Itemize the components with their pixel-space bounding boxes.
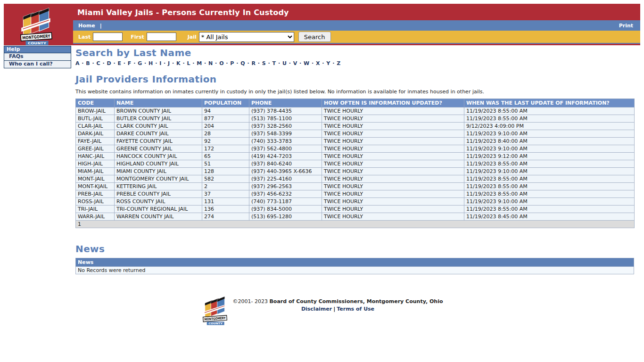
letter-link-L[interactable]: L — [187, 60, 190, 66]
table-row: ROSS-JAILROSS COUNTY JAIL131(740) 773-11… — [76, 198, 635, 206]
jail-providers-heading: Jail Providers Information — [75, 74, 634, 85]
cell-phone: (740) 333-3783 — [249, 138, 322, 145]
column-header: POPULATION — [202, 99, 249, 107]
cell-code: BROW-JAIL — [76, 107, 115, 115]
cell-last-update: 11/19/2023 9:10:00 AM — [464, 130, 635, 138]
svg-text:COUNTY: COUNTY — [208, 322, 223, 325]
letter-link-H[interactable]: H — [149, 60, 153, 66]
terms-of-use-link[interactable]: Terms of Use — [337, 306, 374, 312]
letter-link-I[interactable]: I — [159, 60, 162, 66]
pager-row: 1 — [76, 221, 635, 228]
letter-link-Q[interactable]: Q — [240, 60, 245, 66]
cell-phone: (513) 695-1280 — [249, 213, 322, 221]
table-row: MONT-KJAILKETTERING JAIL2(937) 296-2563T… — [76, 183, 635, 190]
cell-updated: TWICE HOURLY — [322, 138, 464, 145]
first-name-label: First — [131, 34, 144, 40]
letter-link-W[interactable]: W — [304, 60, 310, 66]
cell-phone: (937) 562-4800 — [249, 145, 322, 153]
sidebar-item-who-can-i-call-[interactable]: Who can I call? — [4, 60, 71, 68]
table-row: BUTL-JAILBUTLER COUNTY JAIL877(513) 785-… — [76, 115, 635, 123]
first-name-input[interactable] — [147, 33, 176, 41]
letter-link-O[interactable]: O — [219, 60, 224, 66]
letter-link-Z[interactable]: Z — [337, 60, 340, 66]
cell-updated: TWICE HOURLY — [322, 206, 464, 213]
cell-updated: TWICE HOURLY — [322, 107, 464, 115]
letter-link-S[interactable]: S — [262, 60, 266, 66]
letter-link-X[interactable]: X — [316, 60, 320, 66]
cell-population: 37 — [202, 190, 249, 198]
jail-table-body: BROW-JAILBROWN COUNTY JAIL94(937) 378-44… — [76, 107, 635, 221]
cell-name: GREENE COUNTY JAIL — [115, 145, 202, 153]
footer: MONTGOMERY COUNTY ©2001- 2023 Board of C… — [4, 295, 640, 328]
cell-updated: TWICE HOURLY — [322, 175, 464, 183]
cell-name: MIAMI COUNTY JAIL — [115, 168, 202, 175]
cell-updated: TWICE HOURLY — [322, 190, 464, 198]
letter-link-N[interactable]: N — [208, 60, 213, 66]
montgomery-county-logo-icon: MONTGOMERY COUNTY — [18, 6, 54, 47]
nav-home-link[interactable]: Home — [78, 23, 95, 29]
column-header: HOW OFTEN IS INFORMATION UPDATED? — [322, 99, 464, 107]
table-row: WARR-JAILWARREN COUNTY JAIL274(513) 695-… — [76, 213, 635, 221]
cell-name: KETTERING JAIL — [115, 183, 202, 190]
column-header: WHEN WAS THE LAST UPDATE OF INFORMATION? — [464, 99, 635, 107]
cell-population: 582 — [202, 175, 249, 183]
letter-link-F[interactable]: F — [128, 60, 132, 66]
letter-link-A[interactable]: A — [75, 60, 80, 66]
jail-select[interactable]: * All Jails — [199, 32, 294, 42]
letter-link-K[interactable]: K — [176, 60, 181, 66]
cell-code: ROSS-JAIL — [76, 198, 115, 206]
letter-link-V[interactable]: V — [293, 60, 297, 66]
cell-population: 2 — [202, 183, 249, 190]
letter-link-P[interactable]: P — [230, 60, 234, 66]
search-button[interactable]: Search — [298, 32, 331, 42]
cell-last-update: 11/19/2023 8:40:00 AM — [464, 138, 635, 145]
search-bar: Last First Jail * All Jails Search — [73, 31, 640, 44]
letter-link-D[interactable]: D — [107, 60, 112, 66]
cell-phone: (937) 456-6232 — [249, 190, 322, 198]
letter-link-U[interactable]: U — [282, 60, 287, 66]
cell-last-update: 11/19/2023 9:10:00 AM — [464, 168, 635, 175]
letter-link-Y[interactable]: Y — [326, 60, 330, 66]
cell-name: FAYETTE COUNTY JAIL — [115, 138, 202, 145]
cell-updated: TWICE HOURLY — [322, 145, 464, 153]
disclaimer-link[interactable]: Disclaimer — [301, 306, 332, 312]
last-name-input[interactable] — [93, 33, 123, 41]
letter-link-R[interactable]: R — [251, 60, 256, 66]
table-row: MIAM-JAILMIAMI COUNTY JAIL128(937) 440-3… — [76, 168, 635, 175]
cell-name: PREBLE COUNTY JAIL — [115, 190, 202, 198]
letter-link-B[interactable]: B — [86, 60, 90, 66]
sidebar-item-faqs[interactable]: FAQs — [4, 53, 71, 60]
table-row: FAYE-JAILFAYETTE COUNTY JAIL92(740) 333-… — [76, 138, 635, 145]
cell-code: FAYE-JAIL — [76, 138, 115, 145]
news-table-header: News — [76, 258, 634, 267]
pager-page-number[interactable]: 1 — [76, 221, 635, 228]
cell-name: HANCOCK COUNTY JAIL — [115, 153, 202, 160]
copyright-line: ©2001- 2023 Board of County Commissioner… — [233, 298, 443, 305]
cell-phone: (937) 834-5000 — [249, 206, 322, 213]
cell-population: 172 — [202, 145, 249, 153]
cell-updated: TWICE HOURLY — [322, 130, 464, 138]
nav-print-link[interactable]: Print — [619, 23, 633, 29]
cell-code: GREE-JAIL — [76, 145, 115, 153]
cell-code: DARK-JAIL — [76, 130, 115, 138]
table-row: HANC-JAILHANCOCK COUNTY JAIL65(419) 424-… — [76, 153, 635, 160]
cell-code: CLAR-JAIL — [76, 123, 115, 130]
cell-population: 136 — [202, 206, 249, 213]
cell-population: 92 — [202, 138, 249, 145]
copyright-prefix: ©2001- 2023 — [233, 298, 268, 304]
cell-code: TRI-JAIL — [76, 206, 115, 213]
letter-link-T[interactable]: T — [272, 60, 276, 66]
cell-last-update: 11/19/2023 9:10:00 AM — [464, 145, 635, 153]
cell-last-update: 11/19/2023 8:55:00 AM — [464, 160, 635, 168]
letter-link-G[interactable]: G — [138, 60, 142, 66]
table-row: MONT-JAILMONTGOMERY COUNTY JAIL582(937) … — [76, 175, 635, 183]
nav-separator: | — [100, 23, 102, 29]
letter-link-C[interactable]: C — [97, 60, 101, 66]
alphabet-links: A · B · C · D · E · F · G · H · I · J · … — [75, 60, 634, 66]
letter-link-M[interactable]: M — [197, 60, 202, 66]
column-header: NAME — [115, 99, 202, 107]
cell-updated: TWICE HOURLY — [322, 198, 464, 206]
letter-link-E[interactable]: E — [118, 60, 122, 66]
letter-link-J[interactable]: J — [168, 60, 170, 66]
table-row: HIGH-JAILHIGHLAND COUNTY JAIL51(937) 840… — [76, 160, 635, 168]
